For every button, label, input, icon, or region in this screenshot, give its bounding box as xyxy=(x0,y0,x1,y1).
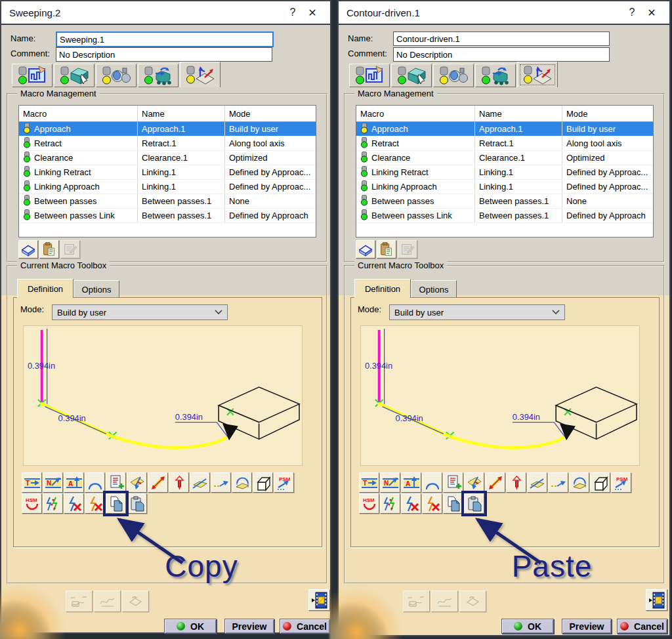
help-button[interactable]: ? xyxy=(622,7,642,18)
footer-tools xyxy=(403,590,486,612)
table-row[interactable]: ClearanceClearance.1Optimized xyxy=(356,151,653,165)
strategy-tab[interactable] xyxy=(349,64,390,87)
tab-options[interactable]: Options xyxy=(411,280,457,299)
table-row[interactable]: Between passesBetween passes.1None xyxy=(356,194,653,209)
table-row[interactable]: ApproachApproach.1Build by user xyxy=(356,122,653,136)
tab-options[interactable]: Options xyxy=(74,280,119,299)
ok-button[interactable]: OK xyxy=(501,619,554,634)
geometry-tab[interactable] xyxy=(54,64,94,87)
hsm-corner-button[interactable]: HSM xyxy=(359,493,379,514)
geometry-tab[interactable] xyxy=(391,64,432,87)
tangent-motion-button[interactable]: T xyxy=(22,472,42,493)
name-input[interactable] xyxy=(393,31,610,46)
video-replay-button[interactable] xyxy=(308,589,330,611)
motion-to-plane-button[interactable] xyxy=(527,472,547,493)
axial-motion-button[interactable]: A xyxy=(401,472,421,493)
psm-motion-button[interactable]: PSM xyxy=(274,472,294,493)
cancel-red-icon xyxy=(283,622,291,630)
tool-axis-motion-button[interactable] xyxy=(169,472,189,493)
feeds-speeds-tab[interactable] xyxy=(475,64,516,87)
circular-motion-button[interactable] xyxy=(422,472,442,493)
remove-motion-button[interactable] xyxy=(401,493,421,514)
sweeping-dialog: Sweeping.2 ? ✕ Name: Comment: Macro Mana… xyxy=(0,0,331,634)
table-row[interactable]: Between passes LinkBetween passes.1Defin… xyxy=(356,209,653,223)
ramping-motion-button[interactable] xyxy=(127,472,147,493)
macros-tab[interactable] xyxy=(180,62,220,87)
ramping-motion-button[interactable] xyxy=(464,472,484,493)
table-row[interactable]: Linking RetractLinking.1Defined by Appro… xyxy=(19,165,316,180)
close-button[interactable]: ✕ xyxy=(642,7,662,19)
table-row[interactable]: Linking RetractLinking.1Defined by Appro… xyxy=(356,165,653,180)
motion-definition-button[interactable] xyxy=(106,472,126,493)
motion-in-box-button[interactable] xyxy=(590,472,610,493)
table-row[interactable]: ClearanceClearance.1Optimized xyxy=(19,151,316,165)
close-button[interactable]: ✕ xyxy=(303,7,322,19)
mode-dropdown[interactable]: Build by user xyxy=(52,304,228,320)
macro-cell: Approach xyxy=(34,124,71,134)
table-row[interactable]: Between passes LinkBetween passes.1Defin… xyxy=(19,209,316,223)
tool-tab[interactable] xyxy=(96,64,136,87)
preview-button[interactable]: Preview xyxy=(224,619,274,634)
copy-macro-button[interactable] xyxy=(443,493,463,514)
remove-all-motions-button[interactable] xyxy=(85,493,105,514)
copy-macro-button[interactable] xyxy=(106,493,126,514)
normal-motion-button[interactable]: N xyxy=(380,472,400,493)
cancel-button[interactable]: Cancel xyxy=(280,619,330,634)
distance-motion-button[interactable] xyxy=(148,472,168,493)
psm-motion-button[interactable]: PSM xyxy=(611,472,631,493)
mode-dropdown[interactable]: Build by user xyxy=(389,304,565,320)
table-row[interactable]: RetractRetract.1Along tool axis xyxy=(356,136,653,151)
table-row[interactable]: Linking ApproachLinking.1Defined by Appr… xyxy=(19,180,316,194)
tab-definition[interactable]: Definition xyxy=(354,279,411,298)
video-replay-button[interactable] xyxy=(646,589,667,611)
preview-button[interactable]: Preview xyxy=(562,619,612,634)
tool-axis-motion-button[interactable] xyxy=(506,472,526,493)
feedrate-button[interactable] xyxy=(380,493,400,514)
comment-label: Comment: xyxy=(10,49,50,58)
hsm-corner-button[interactable]: HSM xyxy=(22,493,42,514)
paste-from-catalog-button[interactable] xyxy=(39,240,59,258)
circular-motion-button[interactable] xyxy=(85,472,105,493)
table-header: Macro Name Mode xyxy=(356,106,653,122)
motion-in-box-button[interactable] xyxy=(253,472,273,493)
tangent-motion-button[interactable]: T xyxy=(359,472,379,493)
dialog-title: Sweeping.2 xyxy=(9,7,283,18)
comment-input[interactable] xyxy=(393,47,610,62)
macro-catalog-button[interactable] xyxy=(18,240,38,258)
feeds-speeds-tab[interactable] xyxy=(138,64,178,87)
table-row[interactable]: RetractRetract.1Along tool axis xyxy=(19,136,316,151)
paste-from-catalog-button[interactable] xyxy=(377,240,396,258)
remove-motion-button[interactable] xyxy=(64,493,84,514)
ok-button[interactable]: OK xyxy=(164,619,217,634)
motion-toolbar-row1: TNAPSM xyxy=(22,472,294,493)
help-button[interactable]: ? xyxy=(283,7,303,18)
macros-tab[interactable] xyxy=(517,62,558,87)
table-row[interactable]: Linking ApproachLinking.1Defined by Appr… xyxy=(356,180,653,194)
motion-to-point-button[interactable] xyxy=(211,472,231,493)
table-row[interactable]: ApproachApproach.1Build by user xyxy=(19,122,316,136)
cancel-button[interactable]: Cancel xyxy=(617,619,667,634)
motion-to-plane-button[interactable] xyxy=(190,472,210,493)
macro-cell: Between passes xyxy=(371,196,434,206)
motion-definition-button[interactable] xyxy=(443,472,463,493)
circular-to-plane-button[interactable] xyxy=(569,472,589,493)
status-icon xyxy=(23,209,31,222)
motion-to-point-button[interactable] xyxy=(548,472,568,493)
normal-motion-button[interactable]: N xyxy=(43,472,63,493)
remove-all-motions-button[interactable] xyxy=(422,493,442,514)
cancel-label: Cancel xyxy=(297,621,327,632)
distance-motion-button[interactable] xyxy=(485,472,505,493)
table-row[interactable]: Between passesBetween passes.1None xyxy=(19,194,316,209)
paste-macro-button[interactable] xyxy=(127,493,147,514)
tool-tab[interactable] xyxy=(433,64,474,87)
paste-macro-button[interactable] xyxy=(464,493,484,514)
comment-input[interactable] xyxy=(56,47,272,62)
circular-to-plane-button[interactable] xyxy=(232,472,252,493)
macro-catalog-button[interactable] xyxy=(356,240,375,258)
name-input[interactable] xyxy=(56,31,274,47)
name-cell: Approach.1 xyxy=(138,122,225,136)
feedrate-button[interactable] xyxy=(43,493,63,514)
tab-definition[interactable]: Definition xyxy=(17,279,74,298)
strategy-tab[interactable] xyxy=(12,64,52,87)
axial-motion-button[interactable]: A xyxy=(64,472,84,493)
